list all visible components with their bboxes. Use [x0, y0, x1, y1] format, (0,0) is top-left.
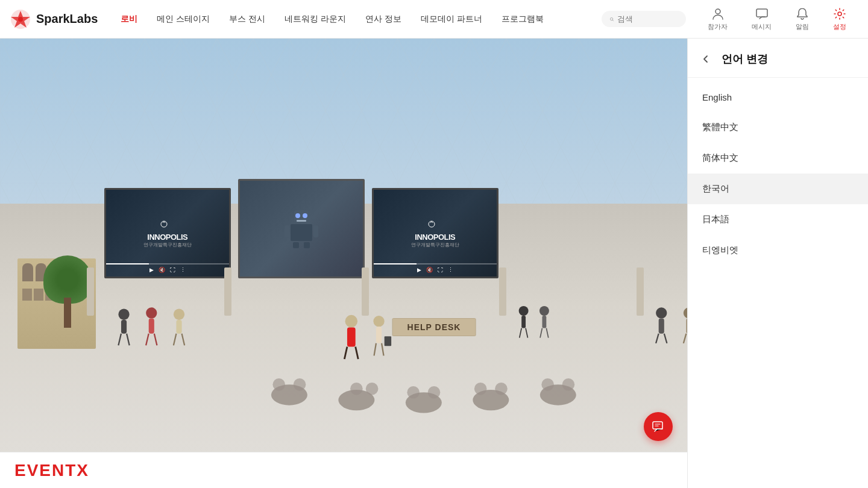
svg-line-63: [540, 328, 542, 337]
svg-point-44: [562, 378, 575, 391]
svg-line-48: [127, 333, 130, 345]
korean-label: 한국어: [702, 183, 729, 195]
simplified-chinese-label: 简体中文: [702, 152, 738, 164]
svg-rect-24: [291, 224, 312, 241]
language-panel-header: 언어 변경: [688, 39, 868, 78]
svg-line-80: [382, 343, 383, 355]
svg-point-22: [303, 213, 307, 218]
person-icon: [711, 7, 725, 20]
nav-item-main-stage[interactable]: 메인 스테이지: [148, 9, 218, 30]
screen-right-sub: 연구개발특구진흥재단: [411, 242, 459, 248]
svg-line-52: [154, 333, 157, 345]
language-option-traditional-chinese[interactable]: 繁體中文: [688, 112, 868, 143]
svg-rect-26: [313, 225, 318, 237]
screen-left[interactable]: INNOPOLIS 연구개발특구진흥재단 ▶ 🔇 ⛶ ⋮: [104, 188, 231, 278]
screen-right[interactable]: INNOPOLIS 연구개발특구진흥재단 ▶ 🔇 ⛶ ⋮: [372, 188, 498, 278]
language-option-vietnamese[interactable]: 티엥비엣: [688, 235, 868, 266]
logo[interactable]: SparkLabs: [10, 8, 98, 30]
progress-fill-left: [106, 263, 149, 264]
svg-point-35: [272, 378, 285, 391]
screen-right-content: INNOPOLIS 연구개발특구진흥재단 ▶ 🔇 ⛶ ⋮: [374, 190, 497, 277]
svg-point-65: [656, 307, 667, 318]
svg-line-60: [526, 328, 527, 337]
nav-item-speaker-info[interactable]: 연사 정보: [357, 9, 410, 30]
messages-action[interactable]: 메시지: [740, 2, 784, 36]
svg-rect-6: [756, 9, 767, 17]
svg-point-38: [366, 383, 379, 395]
feedback-icon: [652, 420, 665, 433]
language-option-simplified-chinese[interactable]: 简体中文: [688, 143, 868, 174]
svg-line-4: [612, 20, 613, 20]
progress-bar-right: [374, 263, 497, 264]
svg-point-57: [519, 306, 529, 316]
main-nav: 로비 메인 스테이지 부스 전시 네트워킹 라운지 연사 정보 데모데이 파트너…: [112, 9, 602, 30]
back-button[interactable]: [697, 51, 714, 67]
screen-center-content: [240, 181, 363, 277]
language-option-english[interactable]: English: [688, 83, 868, 112]
nav-item-networking-lounge[interactable]: 네트워킹 라운지: [276, 9, 354, 30]
svg-point-7: [838, 12, 841, 16]
nav-item-demo-day-partner[interactable]: 데모데이 파트너: [412, 9, 491, 30]
notifications-label: 알림: [796, 22, 809, 31]
svg-rect-74: [347, 327, 356, 346]
svg-line-55: [174, 333, 177, 345]
svg-rect-25: [285, 225, 289, 237]
svg-line-51: [146, 333, 149, 345]
svg-rect-28: [304, 242, 310, 248]
settings-label: 설정: [833, 22, 846, 31]
language-option-japanese[interactable]: 日本語: [688, 204, 868, 235]
search-input[interactable]: [617, 14, 678, 23]
sparklabs-logo-icon: [10, 8, 31, 30]
svg-line-56: [182, 333, 185, 345]
language-option-korean[interactable]: 한국어: [688, 174, 868, 204]
search-bar[interactable]: [602, 11, 686, 27]
main-content: INNOPOLIS 연구개발특구진흥재단 ▶ 🔇 ⛶ ⋮: [0, 39, 868, 488]
svg-rect-58: [521, 316, 526, 328]
nav-item-lobby[interactable]: 로비: [112, 9, 146, 30]
svg-rect-78: [376, 327, 382, 343]
svg-rect-62: [542, 316, 546, 328]
svg-rect-23: [297, 220, 306, 222]
screen-left-sub: 연구개발특구진흥재단: [143, 242, 192, 248]
svg-line-68: [664, 333, 667, 343]
svg-point-43: [541, 378, 554, 391]
svg-point-5: [715, 9, 720, 14]
vietnamese-label: 티엥비엣: [702, 245, 738, 256]
header-actions: 참가자 메시지 알림: [696, 2, 858, 36]
svg-point-39: [407, 386, 420, 399]
svg-point-36: [294, 378, 306, 391]
svg-point-41: [474, 383, 487, 395]
participants-action[interactable]: 참가자: [696, 2, 740, 36]
eventx-logo: EVENTX: [14, 461, 89, 480]
participants-label: 참가자: [708, 22, 728, 31]
svg-rect-46: [121, 320, 127, 334]
svg-line-71: [684, 333, 687, 343]
screen-center[interactable]: [238, 179, 365, 278]
svg-rect-66: [659, 318, 664, 333]
english-label: English: [702, 92, 732, 102]
svg-rect-50: [149, 318, 154, 333]
settings-action[interactable]: 설정: [821, 2, 858, 36]
nav-item-booth-exhibit[interactable]: 부스 전시: [221, 9, 274, 30]
language-panel: 언어 변경 English 繁體中文 简体中文 한국어 日本語 티엥비엣: [687, 39, 868, 488]
language-panel-title: 언어 변경: [722, 52, 768, 66]
svg-point-37: [350, 383, 363, 395]
messages-label: 메시지: [752, 22, 772, 31]
svg-point-42: [495, 383, 508, 395]
notifications-action[interactable]: 알림: [784, 2, 821, 36]
svg-point-53: [174, 308, 184, 319]
svg-line-75: [344, 346, 347, 359]
nav-item-program-book[interactable]: 프로그램북: [493, 9, 552, 30]
svg-point-40: [428, 386, 441, 399]
svg-point-2: [18, 17, 23, 22]
svg-rect-81: [385, 336, 391, 346]
chat-icon: [755, 7, 769, 20]
bell-icon: [796, 7, 809, 20]
svg-line-79: [374, 343, 376, 355]
innopolis-logo-left: [160, 218, 175, 230]
language-list: English 繁體中文 简体中文 한국어 日本語 티엥비엣: [688, 78, 868, 271]
svg-point-77: [373, 316, 384, 327]
svg-line-59: [520, 328, 521, 337]
fab-button[interactable]: [644, 412, 673, 441]
svg-line-47: [118, 333, 121, 345]
